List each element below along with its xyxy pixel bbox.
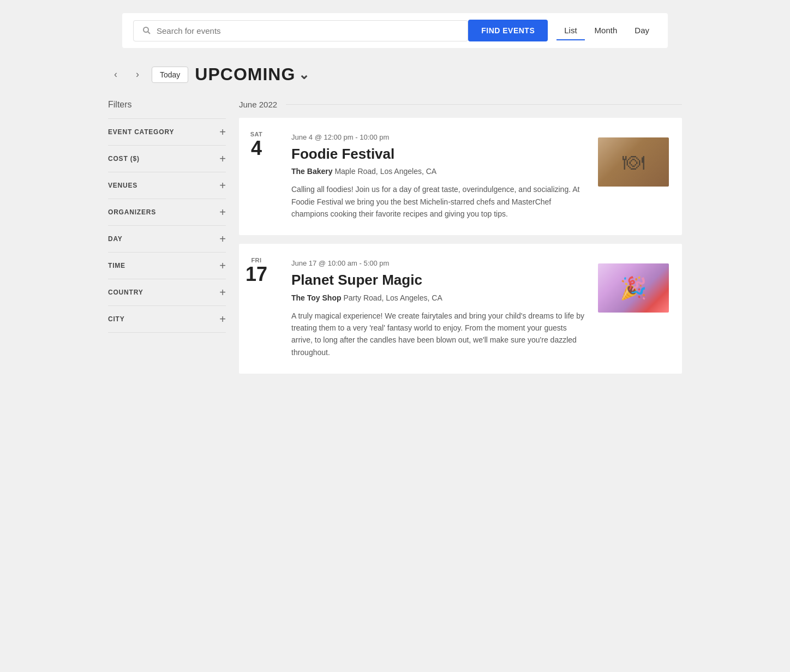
find-events-button[interactable]: FIND EVENTS xyxy=(468,20,548,41)
event-date-col-2: FRI 17 xyxy=(239,244,278,374)
event-description-2: A truly magical experience! We create fa… xyxy=(291,310,585,359)
chevron-down-icon[interactable]: ⌄ xyxy=(298,67,310,82)
svg-line-1 xyxy=(148,32,150,34)
prev-arrow[interactable]: ‹ xyxy=(108,67,123,82)
filter-day-plus-icon: + xyxy=(219,233,226,244)
filter-event-category[interactable]: EVENT CATEGORY + xyxy=(108,118,226,145)
filter-time-plus-icon: + xyxy=(219,260,226,271)
filter-cost-plus-icon: + xyxy=(219,153,226,164)
today-button[interactable]: Today xyxy=(152,67,188,83)
filter-event-category-plus-icon: + xyxy=(219,127,226,137)
event-venue: The Bakery Maple Road, Los Angeles, CA xyxy=(291,167,585,176)
search-icon xyxy=(142,26,151,35)
event-image-foodie xyxy=(598,137,669,187)
event-card-planet-super-magic[interactable]: FRI 17 June 17 @ 10:00 am - 5:00 pm Plan… xyxy=(239,244,682,374)
upcoming-label: UPCOMING ⌄ xyxy=(195,64,310,85)
event-date-col: SAT 4 xyxy=(239,118,278,235)
event-content: June 4 @ 12:00 pm - 10:00 pm Foodie Fest… xyxy=(278,118,682,235)
filter-time[interactable]: TIME + xyxy=(108,252,226,279)
svg-point-0 xyxy=(143,27,148,32)
filter-venues-plus-icon: + xyxy=(219,180,226,191)
event-image-magic-visual xyxy=(598,263,669,313)
filter-day[interactable]: DAY + xyxy=(108,225,226,252)
filter-cost[interactable]: COST ($) + xyxy=(108,145,226,172)
filter-city[interactable]: CITY + xyxy=(108,305,226,333)
filter-city-plus-icon: + xyxy=(219,314,226,325)
filter-country[interactable]: COUNTRY + xyxy=(108,279,226,305)
tab-list[interactable]: List xyxy=(556,21,584,40)
event-details-2: June 17 @ 10:00 am - 5:00 pm Planet Supe… xyxy=(291,259,585,358)
event-title-2[interactable]: Planet Super Magic xyxy=(291,272,585,289)
event-card-foodie-festival[interactable]: SAT 4 June 4 @ 12:00 pm - 10:00 pm Foodi… xyxy=(239,118,682,235)
filter-country-plus-icon: + xyxy=(219,287,226,298)
events-list: June 2022 SAT 4 June 4 @ 12:00 pm - 10:0… xyxy=(239,100,682,378)
event-title[interactable]: Foodie Festival xyxy=(291,146,585,163)
event-image-magic xyxy=(598,263,669,313)
event-details: June 4 @ 12:00 pm - 10:00 pm Foodie Fest… xyxy=(291,133,585,220)
event-content-2: June 17 @ 10:00 am - 5:00 pm Planet Supe… xyxy=(278,244,682,374)
event-description: Calling all foodies! Join us for a day o… xyxy=(291,183,585,220)
search-input[interactable] xyxy=(157,26,459,35)
view-switcher: List Month Day xyxy=(556,21,657,40)
filters-title: Filters xyxy=(108,100,226,110)
filter-organizers[interactable]: ORGANIZERS + xyxy=(108,199,226,225)
event-venue-2: The Toy Shop Party Road, Los Angeles, CA xyxy=(291,293,585,302)
filters-sidebar: Filters EVENT CATEGORY + COST ($) + VENU… xyxy=(108,100,226,378)
filter-organizers-plus-icon: + xyxy=(219,207,226,218)
nav-controls: ‹ › Today UPCOMING ⌄ xyxy=(108,64,682,85)
filter-venues[interactable]: VENUES + xyxy=(108,172,226,199)
tab-month[interactable]: Month xyxy=(587,21,625,40)
tab-day[interactable]: Day xyxy=(627,21,657,40)
search-field-wrapper xyxy=(133,20,468,41)
event-image-foodie-visual xyxy=(598,137,669,187)
next-arrow[interactable]: › xyxy=(130,67,145,82)
content-area: Filters EVENT CATEGORY + COST ($) + VENU… xyxy=(108,100,682,378)
month-divider: June 2022 xyxy=(239,100,682,109)
